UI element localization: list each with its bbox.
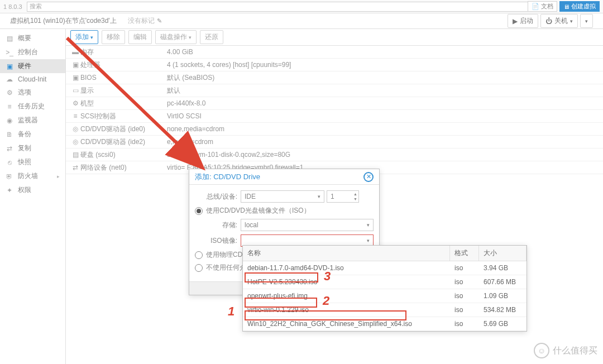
cloud-icon: ☁ — [6, 75, 13, 83]
sidebar: ▤概要 >_控制台 ▣硬件 ☁Cloud-Init ⚙选项 ≡任务历史 ◉监视器… — [0, 29, 66, 364]
sidebar-item-options[interactable]: ⚙选项 — [0, 85, 65, 99]
annotation-box-1 — [245, 310, 406, 320]
version-label: 1 8.0.3 — [3, 3, 22, 10]
list-icon: ≡ — [6, 103, 13, 111]
memory-icon: ▬ — [70, 48, 80, 56]
annotation-number-1: 1 — [228, 304, 234, 319]
disc-icon: ◎ — [70, 138, 80, 146]
edit-tag-icon[interactable]: ✎ — [157, 17, 162, 25]
add-button[interactable]: 添加▾ — [70, 30, 98, 44]
radio-none[interactable] — [195, 264, 203, 272]
chevron-down-icon: ▾ — [318, 194, 320, 199]
radio-iso[interactable] — [195, 207, 203, 215]
summary-icon: ▤ — [6, 35, 13, 42]
hw-row-display[interactable]: ▭显示默认 — [66, 84, 603, 97]
watermark-icon: ☺ — [534, 343, 549, 358]
chevron-down-icon: ▾ — [367, 222, 370, 228]
hw-row-cpu[interactable]: ▣处理器4 (1 sockets, 4 cores) [host] [cpuun… — [66, 59, 603, 71]
sidebar-item-replication[interactable]: ⇄复制 — [0, 141, 65, 155]
chip-icon: ▣ — [70, 74, 80, 82]
disk-action-button[interactable]: 磁盘操作▾ — [155, 30, 197, 44]
radio-iso-label: 使用CD/DVD光盘镜像文件（ISO） — [206, 206, 310, 215]
hw-row-disk[interactable]: ▤硬盘 (scsi0)sata :101/vm-101-disk-0.qcow2… — [66, 149, 603, 161]
monitor-icon: 🖥 — [563, 3, 570, 10]
chevron-down-icon: ▾ — [367, 238, 370, 243]
shutdown-button[interactable]: ⏻关机▾ — [540, 14, 578, 28]
sidebar-item-snapshot[interactable]: ⎋快照 — [0, 155, 65, 169]
history-icon: ⎋ — [6, 159, 13, 166]
breadcrumb: 虚拟机101 (win10)在节点'code3d'上 — [10, 16, 117, 26]
power-icon: ⏻ — [545, 17, 552, 25]
sidebar-item-firewall[interactable]: ⛨防火墙▸ — [0, 169, 65, 183]
gear-icon: ⚙ — [6, 89, 13, 97]
display-icon: ▭ — [70, 87, 80, 94]
sidebar-item-summary[interactable]: ▤概要 — [0, 31, 65, 45]
disc-icon: ◎ — [70, 125, 80, 133]
doc-icon: 📄 — [532, 3, 539, 10]
dialog-title: 添加: CD/DVD Drive — [195, 172, 260, 182]
bus-select[interactable]: IDE▾ — [241, 190, 324, 203]
storage-select[interactable]: local▾ — [241, 219, 374, 231]
annotation-box-2 — [245, 298, 317, 308]
sidebar-item-permissions[interactable]: ✦权限 — [0, 183, 65, 197]
edit-button[interactable]: 编辑 — [128, 30, 152, 44]
sidebar-item-console[interactable]: >_控制台 — [0, 45, 65, 59]
col-size-header[interactable]: 大小 — [479, 246, 527, 261]
annotation-number-2: 2 — [323, 294, 329, 308]
chevron-down-icon: ▾ — [585, 18, 588, 24]
play-icon: ▶ — [513, 17, 518, 25]
sidebar-item-monitor[interactable]: ◉监视器 — [0, 113, 65, 127]
save-icon: 🗎 — [6, 131, 13, 138]
spinner-up-icon[interactable]: ▲ — [353, 191, 357, 197]
chevron-down-icon: ▾ — [570, 18, 573, 24]
create-vm-button[interactable]: 🖥创建虚拟 — [559, 1, 600, 12]
chevron-right-icon: ▸ — [57, 174, 60, 179]
hardware-icon: ▣ — [6, 63, 13, 70]
close-button[interactable]: ✕ — [363, 172, 374, 182]
hw-row-cd2[interactable]: ◎CD/DVD驱动器 (ide2) e,media=cdrom — [66, 136, 603, 149]
annotation-box-3 — [245, 272, 318, 282]
tag-label: 没有标记 — [128, 16, 155, 26]
cogs-icon: ⚙ — [70, 99, 80, 107]
col-name-header[interactable]: 名称 — [243, 246, 450, 261]
more-button[interactable]: ▾ — [580, 14, 593, 28]
chevron-down-icon: ▾ — [90, 35, 93, 40]
sidebar-item-backup[interactable]: 🗎备份 — [0, 127, 65, 141]
sync-icon: ⇄ — [6, 145, 13, 152]
key-icon: ✦ — [6, 186, 13, 194]
hdd-icon: ▤ — [70, 151, 80, 159]
cpu-icon: ▣ — [70, 61, 80, 69]
docs-button[interactable]: 📄文档 — [528, 1, 557, 12]
start-button[interactable]: ▶启动 — [508, 14, 538, 28]
sidebar-item-tasks[interactable]: ≡任务历史 — [0, 99, 65, 113]
console-icon: >_ — [6, 49, 13, 56]
iso-label: ISO镜像: — [195, 236, 241, 246]
hw-row-cd0[interactable]: ◎CD/DVD驱动器 (ide0)none,media=cdrom — [66, 123, 603, 136]
sidebar-item-hardware[interactable]: ▣硬件 — [0, 59, 65, 73]
revert-button[interactable]: 还原 — [200, 30, 223, 44]
spinner-down-icon[interactable]: ▼ — [353, 197, 357, 202]
sidebar-item-cloudinit[interactable]: ☁Cloud-Init — [0, 73, 65, 85]
hdd-icon: ≡ — [70, 112, 80, 120]
col-format-header[interactable]: 格式 — [450, 246, 479, 261]
annotation-number-3: 3 — [324, 269, 331, 284]
eye-icon: ◉ — [6, 117, 13, 124]
bus-label: 总线/设备: — [195, 192, 241, 202]
hw-row-bios[interactable]: ▣BIOS默认 (SeaBIOS) — [66, 71, 603, 84]
radio-physical[interactable] — [195, 251, 203, 259]
shield-icon: ⛨ — [6, 173, 13, 180]
network-icon: ⇄ — [70, 164, 80, 171]
hw-row-machine[interactable]: ⚙机型pc-i440fx-8.0 — [66, 97, 603, 110]
search-input[interactable]: 搜索 — [27, 2, 528, 12]
remove-button[interactable]: 移除 — [102, 30, 125, 44]
bus-number-input[interactable]: 1▲▼ — [327, 190, 359, 203]
storage-label: 存储: — [195, 221, 241, 230]
watermark: ☺ 什么值得买 — [534, 343, 597, 358]
chevron-down-icon: ▾ — [189, 35, 192, 40]
hw-row-scsi[interactable]: ≡SCSI控制器VirtIO SCSI — [66, 110, 603, 123]
hw-row-memory[interactable]: ▬内存4.00 GiB — [66, 46, 603, 59]
